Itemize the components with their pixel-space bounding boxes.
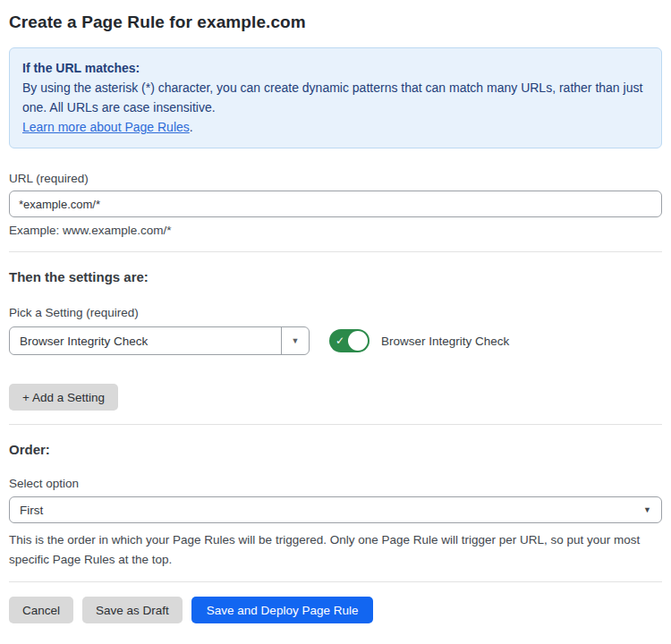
link-suffix: . xyxy=(190,120,193,134)
settings-section-heading: Then the settings are: xyxy=(9,269,662,284)
divider xyxy=(9,251,662,252)
save-and-deploy-button[interactable]: Save and Deploy Page Rule xyxy=(191,597,374,623)
order-select[interactable]: First ▼ xyxy=(9,496,662,523)
save-as-draft-button[interactable]: Save as Draft xyxy=(82,597,183,623)
setting-dropdown-value: Browser Integrity Check xyxy=(10,327,281,354)
info-box-heading: If the URL matches: xyxy=(22,58,649,78)
learn-more-link[interactable]: Learn more about Page Rules xyxy=(22,120,190,134)
order-select-value: First xyxy=(20,504,643,517)
chevron-down-icon: ▼ xyxy=(292,336,300,345)
check-icon: ✓ xyxy=(336,335,344,346)
url-example-help: Example: www.example.com/* xyxy=(9,224,662,237)
browser-integrity-toggle[interactable]: ✓ xyxy=(329,329,369,352)
toggle-knob xyxy=(348,331,368,351)
info-box-body: By using the asterisk (*) character, you… xyxy=(22,78,649,117)
order-help-text: This is the order in which your Page Rul… xyxy=(9,530,658,570)
setting-dropdown-arrow-button[interactable]: ▼ xyxy=(281,327,309,354)
page-title: Create a Page Rule for example.com xyxy=(9,13,662,32)
footer-actions: Cancel Save as Draft Save and Deploy Pag… xyxy=(9,597,662,623)
toggle-label: Browser Integrity Check xyxy=(381,335,509,348)
add-setting-button[interactable]: + Add a Setting xyxy=(9,384,118,411)
divider xyxy=(9,581,662,582)
setting-row: Browser Integrity Check ▼ ✓ Browser Inte… xyxy=(9,326,662,355)
setting-dropdown[interactable]: Browser Integrity Check ▼ xyxy=(9,326,310,355)
divider xyxy=(9,424,662,425)
cancel-button[interactable]: Cancel xyxy=(9,597,73,623)
chevron-down-icon: ▼ xyxy=(643,505,651,514)
order-section-heading: Order: xyxy=(9,442,662,457)
select-option-label: Select option xyxy=(9,477,662,490)
url-field-label: URL (required) xyxy=(9,172,662,185)
pick-setting-label: Pick a Setting (required) xyxy=(9,306,662,319)
url-match-info-box: If the URL matches: By using the asteris… xyxy=(9,47,662,148)
url-input[interactable] xyxy=(9,191,662,217)
info-box-link-line: Learn more about Page Rules. xyxy=(22,117,649,137)
create-page-rule-form: Create a Page Rule for example.com If th… xyxy=(0,0,671,623)
